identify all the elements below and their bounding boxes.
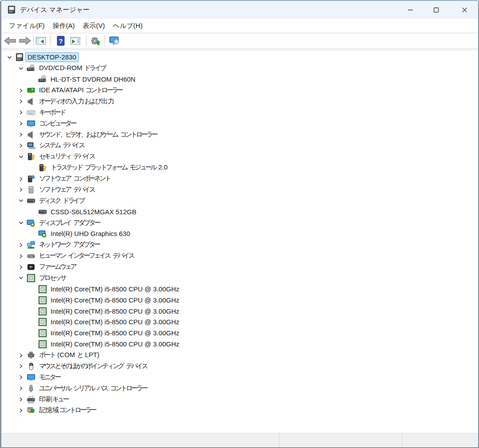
tree-item[interactable]: プロセッサ (1, 273, 478, 284)
tree-item[interactable]: ディスク ドライブ (1, 195, 478, 206)
tree-item-label[interactable]: キーボード (37, 107, 69, 118)
update-driver-button[interactable] (90, 35, 101, 46)
forward-button[interactable] (18, 36, 31, 45)
chevron-down-icon[interactable] (4, 52, 15, 63)
tree-item-label[interactable]: プロセッサ (37, 273, 69, 283)
tree-item[interactable]: ソフトウェア デバイス (1, 185, 478, 196)
tree-item-label[interactable]: Intel(R) UHD Graphics 630 (48, 229, 133, 239)
tree-item[interactable]: ヒューマン インターフェイス デバイス (1, 251, 478, 262)
tree-item-label[interactable]: ソフトウェア コンポーネント (37, 173, 114, 184)
tree-item[interactable]: ユニバーサル シリアル バス コントローラー (1, 383, 478, 394)
tree-item-label[interactable]: トラステッド プラットフォーム モジュール 2.0 (48, 162, 170, 173)
chevron-right-icon[interactable] (15, 394, 27, 405)
tree-item-label[interactable]: ディスク ドライブ (37, 196, 87, 206)
tree-item-label[interactable]: Intel(R) Core(TM) i5-8500 CPU @ 3.00GHz (48, 317, 182, 327)
tree-item[interactable]: キーボード (1, 107, 478, 118)
tree-item-label[interactable]: DESKTOP-2830 (25, 52, 79, 62)
tree-item[interactable]: トラステッド プラットフォーム モジュール 2.0 (1, 162, 478, 173)
chevron-right-icon[interactable] (15, 383, 27, 394)
scan-hardware-changes-button[interactable] (109, 36, 121, 46)
tree-item-label[interactable]: システム デバイス (37, 140, 87, 151)
chevron-right-icon[interactable] (15, 405, 27, 416)
chevron-right-icon[interactable] (15, 372, 27, 383)
tree-item[interactable]: Intel(R) Core(TM) i5-8500 CPU @ 3.00GHz (1, 339, 478, 350)
tree-item-label[interactable]: セキュリティ デバイス (37, 151, 98, 162)
menu-action[interactable]: 操作(A) (49, 22, 79, 30)
tree-item-label[interactable]: ファームウェア (37, 262, 79, 272)
tree-item-label[interactable]: オーディオの入力および出力 (37, 96, 117, 107)
tree-item[interactable]: ファームウェア (1, 262, 478, 273)
tree-item-label[interactable]: Intel(R) Core(TM) i5-8500 CPU @ 3.00GHz (48, 328, 182, 338)
tree-item[interactable]: 印刷キュー (1, 394, 478, 405)
tree-item-label[interactable]: 記憶域コントローラー (37, 405, 99, 416)
menu-view[interactable]: 表示(V) (79, 22, 109, 30)
tree-item[interactable]: モニター (1, 372, 478, 383)
tree-item[interactable]: HL-DT-ST DVDROM DH60N (1, 74, 478, 85)
tree-item-label[interactable]: ディスプレイ アダプター (37, 218, 103, 228)
show-action-pane-button[interactable] (70, 35, 81, 46)
chevron-right-icon[interactable] (15, 85, 27, 96)
maximize-button[interactable] (426, 1, 446, 19)
chevron-down-icon[interactable] (15, 217, 27, 228)
tree-item[interactable]: オーディオの入力および出力 (1, 96, 478, 107)
chevron-down-icon[interactable] (15, 273, 27, 284)
tree-item-label[interactable]: ヒューマン インターフェイス デバイス (37, 251, 137, 261)
tree-item[interactable]: Intel(R) Core(TM) i5-8500 CPU @ 3.00GHz (1, 317, 478, 328)
close-button[interactable] (454, 1, 475, 19)
chevron-right-icon[interactable] (15, 173, 27, 185)
tree-item[interactable]: ソフトウェア コンポーネント (1, 173, 478, 185)
chevron-down-icon[interactable] (15, 195, 27, 206)
tree-item-label[interactable]: ポート (COM と LPT) (37, 350, 102, 361)
tree-item[interactable]: Intel(R) Core(TM) i5-8500 CPU @ 3.00GHz (1, 306, 478, 317)
tree-item-label[interactable]: モニター (37, 372, 63, 383)
tree-item[interactable]: IDE ATA/ATAPI コントローラー (1, 85, 478, 96)
tree-item[interactable]: コンピューター (1, 118, 478, 129)
chevron-down-icon[interactable] (15, 63, 27, 74)
back-button[interactable] (4, 36, 17, 45)
tree-item[interactable]: サウンド、ビデオ、およびゲーム コントローラー (1, 129, 478, 140)
chevron-right-icon[interactable] (15, 361, 27, 372)
tree-item-label[interactable]: ユニバーサル シリアル バス コントローラー (37, 383, 150, 394)
chevron-right-icon[interactable] (15, 240, 27, 251)
tree-item[interactable]: ポート (COM と LPT) (1, 350, 478, 361)
tree-item-label[interactable]: CSSD-S6L512MGAX 512GB (48, 207, 139, 217)
tree-item-label[interactable]: サウンド、ビデオ、およびゲーム コントローラー (37, 130, 160, 140)
tree-item-label[interactable]: ソフトウェア デバイス (37, 185, 98, 195)
tree-item-label[interactable]: Intel(R) Core(TM) i5-8500 CPU @ 3.00GHz (48, 295, 182, 305)
tree-item[interactable]: ディスプレイ アダプター (1, 217, 478, 228)
chevron-right-icon[interactable] (15, 262, 27, 273)
chevron-right-icon[interactable] (15, 185, 27, 196)
tree-item-label[interactable]: DVD/CD-ROM ドライブ (37, 63, 109, 74)
tree-item-label[interactable]: Intel(R) Core(TM) i5-8500 CPU @ 3.00GHz (48, 307, 182, 316)
chevron-right-icon[interactable] (15, 140, 27, 151)
chevron-right-icon[interactable] (15, 96, 27, 107)
tree-item-label[interactable]: 印刷キュー (37, 394, 71, 405)
menu-file[interactable]: ファイル(F) (5, 22, 49, 30)
tree-item[interactable]: マウスとそのほかのポインティング デバイス (1, 361, 478, 372)
show-console-tree-button[interactable] (35, 35, 46, 46)
chevron-right-icon[interactable] (15, 350, 27, 361)
tree-item-label[interactable]: Intel(R) Core(TM) i5-8500 CPU @ 3.00GHz (48, 339, 182, 349)
menu-help[interactable]: ヘルプ(H) (109, 22, 147, 30)
tree-item[interactable]: Intel(R) Core(TM) i5-8500 CPU @ 3.00GHz (1, 328, 478, 339)
chevron-right-icon[interactable] (15, 129, 27, 140)
chevron-down-icon[interactable] (15, 151, 27, 162)
tree-item-label[interactable]: マウスとそのほかのポインティング デバイス (37, 361, 150, 372)
tree-item-label[interactable]: コンピューター (37, 118, 79, 129)
tree-item[interactable]: システム デバイス (1, 140, 478, 151)
tree-item[interactable]: DVD/CD-ROM ドライブ (1, 63, 478, 74)
tree-item[interactable]: Intel(R) Core(TM) i5-8500 CPU @ 3.00GHz (1, 283, 478, 295)
tree-item-label[interactable]: HL-DT-ST DVDROM DH60N (48, 75, 138, 84)
tree-item[interactable]: ネットワーク アダプター (1, 240, 478, 251)
help-button[interactable]: ? (55, 35, 66, 46)
tree-item[interactable]: Intel(R) Core(TM) i5-8500 CPU @ 3.00GHz (1, 295, 478, 306)
tree-item[interactable]: Intel(R) UHD Graphics 630 (1, 228, 478, 240)
chevron-right-icon[interactable] (15, 118, 27, 129)
tree-item-label[interactable]: Intel(R) Core(TM) i5-8500 CPU @ 3.00GHz (48, 284, 182, 294)
tree-item-label[interactable]: ネットワーク アダプター (37, 240, 103, 250)
tree-item[interactable]: 記憶域コントローラー (1, 405, 478, 416)
chevron-right-icon[interactable] (15, 107, 27, 118)
tree-item-label[interactable]: IDE ATA/ATAPI コントローラー (37, 85, 126, 96)
tree-item[interactable]: セキュリティ デバイス (1, 151, 478, 162)
minimize-button[interactable] (400, 1, 420, 19)
